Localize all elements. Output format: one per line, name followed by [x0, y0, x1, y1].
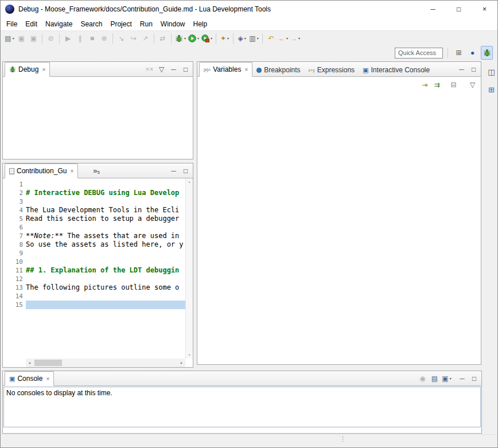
tab-contribution-gu[interactable]: Contribution_Gu× — [5, 163, 78, 178]
remove-all-terminated-icon[interactable]: ×× — [144, 63, 155, 76]
code-line[interactable] — [26, 197, 185, 206]
refresh-variables-icon[interactable]: ⇉ — [431, 79, 442, 91]
open-console-dropdown-icon[interactable]: ▾ — [450, 376, 452, 380]
search-icon[interactable]: ✦▾ — [219, 32, 230, 45]
sash-grip[interactable]: ⋮ — [340, 435, 346, 443]
editor-vertical-scrollbar[interactable]: ▴ ▾ — [185, 178, 193, 359]
resume-icon[interactable]: ▶ — [63, 32, 73, 45]
debug-view-content[interactable] — [3, 77, 193, 159]
titlebar[interactable]: Debug - Moose_Framework/docs/Contributio… — [1, 1, 497, 18]
code-line[interactable] — [26, 301, 185, 309]
step-into-icon[interactable]: ↘ — [116, 32, 127, 45]
show-logical-structures-icon[interactable]: ⇥ — [419, 79, 430, 91]
console-view-content[interactable]: No consoles to display at this time. — [3, 386, 481, 433]
close-tab-icon[interactable]: × — [244, 67, 248, 73]
code-line[interactable]: Read this section to setup a debugger — [26, 215, 185, 223]
save-icon[interactable]: ▣ — [16, 32, 27, 45]
debug-icon[interactable]: ▾ — [174, 32, 186, 45]
editor-horizontal-scrollbar[interactable]: ◂ ▸ — [26, 359, 185, 367]
code-line[interactable] — [26, 249, 185, 258]
back-icon[interactable]: ←▾ — [278, 32, 289, 45]
editor-body[interactable]: 123456789101112131415 # Interactive DEBU… — [3, 178, 193, 367]
terminate-icon[interactable]: ■ — [87, 32, 98, 45]
open-resource-dropdown-icon[interactable]: ▾ — [257, 36, 259, 40]
external-tools-dropdown-icon[interactable]: ▾ — [211, 36, 212, 40]
restore-minimized-view-icon[interactable]: ◫ — [486, 65, 497, 78]
run-icon[interactable]: ▾ — [188, 32, 200, 45]
ldt-perspective-icon[interactable]: ● — [467, 46, 478, 59]
scrollbar-track[interactable] — [33, 359, 178, 367]
skip-all-breakpoints-icon[interactable]: ⊘ — [45, 32, 56, 45]
menu-project[interactable]: Project — [106, 18, 135, 30]
quick-access-input[interactable] — [395, 48, 443, 59]
menu-file[interactable]: File — [2, 18, 21, 30]
tab-breakpoints[interactable]: Breakpoints — [252, 64, 304, 76]
open-console-icon[interactable]: ▣▾ — [441, 372, 452, 385]
tab-interactive-console[interactable]: ▣Interactive Console — [359, 64, 434, 76]
menu-run[interactable]: Run — [136, 18, 157, 30]
scroll-left-icon[interactable]: ◂ — [26, 360, 33, 365]
external-tools-icon[interactable]: ▾ — [201, 32, 213, 45]
scrollbar-thumb[interactable] — [34, 360, 62, 366]
minimize-view-icon[interactable]: ─ — [168, 63, 179, 76]
maximize-view-icon[interactable]: □ — [469, 372, 480, 385]
forward-icon[interactable]: →▾ — [290, 32, 301, 45]
code-line[interactable] — [26, 180, 185, 189]
debug-dropdown-icon[interactable]: ▾ — [184, 36, 186, 40]
tab-expressions[interactable]: x+yExpressions — [305, 64, 359, 76]
back-dropdown-icon[interactable]: ▾ — [286, 36, 288, 40]
new-wizard-dropdown-icon[interactable]: ▾ — [13, 36, 14, 40]
code-line[interactable] — [26, 223, 185, 232]
maximize-view-icon[interactable]: □ — [468, 63, 479, 76]
minimize-view-icon[interactable]: ─ — [168, 165, 179, 177]
editor-tab-overflow[interactable]: » 5 — [93, 167, 100, 175]
code-line[interactable]: ## 1. Explanation of the LDT debuggin — [26, 266, 185, 275]
tab-debug[interactable]: Debug× — [5, 62, 50, 77]
close-tab-icon[interactable]: × — [42, 67, 45, 73]
open-resource-icon[interactable]: ▥▾ — [248, 32, 259, 45]
code-line[interactable]: **Note:** The assets that are used in — [26, 232, 185, 240]
code-area[interactable]: # Interactive DEBUG using Lua DevelopThe… — [26, 180, 185, 359]
scroll-up-icon[interactable]: ▴ — [188, 180, 190, 184]
search-dropdown-icon[interactable]: ▾ — [227, 36, 229, 40]
open-perspective-icon[interactable]: ⊞ — [453, 46, 464, 59]
console-page[interactable]: No consoles to display at this time. — [3, 387, 481, 427]
minimize-view-icon[interactable]: ─ — [457, 372, 468, 385]
code-line[interactable]: The following pictures outline some o — [26, 283, 185, 292]
view-menu-icon[interactable]: ▽ — [467, 79, 478, 91]
variables-view-content[interactable]: ⇥⇉⊟▽ — [197, 77, 481, 364]
code-line[interactable]: # Interactive DEBUG using Lua Develop — [26, 189, 185, 197]
disconnect-icon[interactable]: ⊗ — [99, 32, 110, 45]
close-tab-icon[interactable]: × — [46, 376, 49, 382]
menu-window[interactable]: Window — [157, 18, 189, 30]
last-edit-location-icon[interactable]: ↶ — [266, 32, 277, 45]
use-step-filters-icon[interactable]: ⇄ — [157, 32, 168, 45]
close-window-button[interactable]: × — [472, 1, 497, 18]
menu-help[interactable]: Help — [189, 18, 212, 30]
maximize-window-button[interactable]: □ — [446, 1, 472, 18]
minimize-view-icon[interactable]: ─ — [456, 63, 467, 76]
debug-perspective-icon[interactable] — [481, 46, 493, 60]
pin-console-icon[interactable]: ◉ — [417, 372, 428, 385]
code-line[interactable]: So use the assets as listed here, or y — [26, 240, 185, 249]
run-dropdown-icon[interactable]: ▾ — [197, 36, 199, 40]
maximize-view-icon[interactable]: □ — [180, 63, 191, 76]
suspend-icon[interactable]: ∥ — [75, 32, 85, 45]
menu-navigate[interactable]: Navigate — [41, 18, 76, 30]
minimize-window-button[interactable]: ─ — [420, 1, 446, 18]
close-tab-icon[interactable]: × — [70, 168, 73, 174]
minimized-view-icon[interactable]: ⊞ — [486, 83, 497, 96]
code-line[interactable] — [26, 258, 185, 266]
code-line[interactable] — [26, 275, 185, 283]
menu-edit[interactable]: Edit — [21, 18, 41, 30]
tab-console[interactable]: ▣Console× — [5, 371, 54, 386]
step-over-icon[interactable]: ↪ — [128, 32, 139, 45]
forward-dropdown-icon[interactable]: ▾ — [298, 36, 300, 40]
open-element-dropdown-icon[interactable]: ▾ — [244, 36, 246, 40]
maximize-view-icon[interactable]: □ — [180, 165, 191, 177]
scroll-down-icon[interactable]: ▾ — [188, 353, 190, 357]
code-line[interactable]: The Lua Development Tools in the Ecli — [26, 206, 185, 215]
view-menu-icon[interactable]: ▽ — [156, 63, 167, 76]
save-all-icon[interactable]: ▣ — [28, 32, 39, 45]
collapse-all-icon[interactable]: ⊟ — [448, 79, 459, 91]
